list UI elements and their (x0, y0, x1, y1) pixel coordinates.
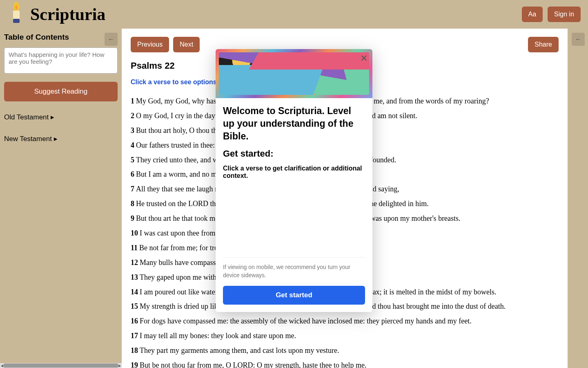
logo-group: Scripturia (7, 2, 105, 27)
right-collapse-button[interactable]: ← (572, 33, 585, 46)
scrollbar-thumb[interactable] (4, 364, 118, 368)
sidebar-collapse-button[interactable]: ← (105, 33, 118, 46)
verse-number: 4 (131, 141, 134, 149)
verse[interactable]: 19But be not thou far from me, O LORD: O… (131, 360, 559, 368)
modal-body: Welcome to Scripturia. Level up your und… (216, 98, 372, 312)
verse-number: 9 (131, 214, 134, 222)
previous-button[interactable]: Previous (131, 37, 169, 52)
verse[interactable]: 16For dogs have compassed me: the assemb… (131, 316, 559, 327)
sidebar: ← Table of Contents Suggest Reading Old … (0, 29, 122, 368)
modal-hero-image (216, 49, 372, 98)
verse-number: 6 (131, 170, 134, 178)
verse-number: 10 (131, 229, 138, 237)
header-actions: Aa Sign in (522, 7, 581, 22)
verse-number: 14 (131, 288, 138, 296)
toc-title: Table of Contents (4, 33, 118, 42)
svg-rect-3 (13, 19, 20, 23)
verse-text: They part my garments among them, and ca… (140, 346, 339, 355)
verse-number: 16 (131, 317, 138, 325)
verse-number: 7 (131, 185, 134, 193)
scroll-right-arrow-icon[interactable]: ▶ (118, 364, 121, 368)
modal-close-button[interactable]: ✕ (360, 53, 368, 64)
right-rail: ← (568, 29, 588, 368)
candle-icon (7, 2, 25, 27)
sidebar-item-old-testament[interactable]: Old Testament ▸ (4, 111, 118, 123)
verse-number: 2 (131, 112, 134, 120)
modal-subheading: Get started: (223, 148, 365, 159)
verse-text: For dogs have compassed me: the assembly… (140, 317, 472, 325)
verse-text: I may tell all my bones: they look and s… (140, 332, 296, 340)
verse-number: 8 (131, 200, 134, 208)
scroll-left-arrow-icon[interactable]: ◀ (1, 364, 3, 368)
verse-number: 5 (131, 156, 134, 164)
modal-divider (223, 257, 365, 258)
app-header: Scripturia Aa Sign in (0, 0, 588, 29)
sidebar-h-scrollbar[interactable]: ◀ ▶ (0, 363, 122, 368)
welcome-modal: ✕ Welcome to Scripturia. Level up your u… (216, 49, 372, 312)
verse-number: 12 (131, 258, 138, 267)
verse-number: 1 (131, 97, 134, 105)
sign-in-button[interactable]: Sign in (548, 7, 581, 22)
life-prompt-input[interactable] (4, 47, 118, 74)
verse[interactable]: 18They part my garments among them, and … (131, 345, 559, 357)
sidebar-item-new-testament[interactable]: New Testament ▸ (4, 133, 118, 145)
verse-number: 17 (131, 332, 138, 340)
verse-text: But be not thou far from me, O LORD: O m… (140, 361, 366, 368)
verse-number: 15 (131, 302, 138, 310)
svg-point-1 (15, 5, 18, 9)
modal-heading: Welcome to Scripturia. Level up your und… (223, 105, 365, 143)
verse[interactable]: 17I may tell all my bones: they look and… (131, 330, 559, 342)
verse-number: 18 (131, 346, 138, 355)
stained-glass-icon (219, 52, 369, 95)
verse-number: 11 (131, 244, 138, 252)
get-started-button[interactable]: Get started (223, 286, 365, 305)
font-size-button[interactable]: Aa (522, 7, 543, 22)
verse-number: 3 (131, 126, 134, 135)
share-button[interactable]: Share (528, 37, 559, 52)
suggest-reading-button[interactable]: Suggest Reading (4, 82, 118, 101)
verse-number: 13 (131, 273, 138, 281)
modal-mobile-note: If viewing on mobile, we recommend you t… (223, 263, 365, 279)
modal-tip: Click a verse to get clarification or ad… (223, 165, 365, 180)
next-button[interactable]: Next (173, 37, 200, 52)
brand-name: Scripturia (30, 4, 105, 24)
verse-number: 19 (131, 361, 138, 368)
